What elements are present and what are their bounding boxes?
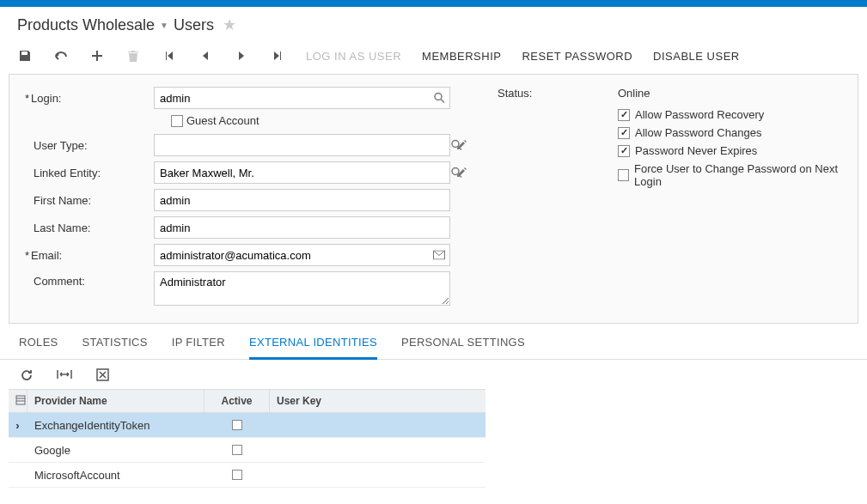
fit-columns-icon[interactable] [57,367,72,382]
last-record-icon[interactable] [270,48,285,64]
linked-entity-label: Linked Entity: [16,167,154,179]
export-icon[interactable] [95,367,110,382]
pencil-icon[interactable] [455,139,467,151]
force-change-label: Force User to Change Password on Next Lo… [634,162,851,188]
login-as-user-button: LOG IN AS USER [306,50,401,63]
breadcrumb: Products Wholesale ▼ Users ★ [0,7,867,43]
last-name-label: Last Name: [16,222,154,234]
userkey-cell[interactable] [270,422,485,428]
tab-statistics[interactable]: STATISTICS [82,336,148,359]
provider-cell[interactable]: MicrosoftAccount [27,465,205,485]
grid-header: Provider Name Active User Key [9,390,485,413]
save-icon[interactable] [17,48,33,64]
never-expires-label: Password Never Expires [635,144,757,157]
linked-entity-input[interactable] [154,161,450,184]
undo-icon[interactable] [53,48,69,64]
active-checkbox[interactable] [232,420,242,430]
comment-input[interactable] [154,271,450,306]
userkey-header[interactable]: User Key [270,390,485,412]
membership-button[interactable]: MEMBERSHIP [422,50,501,63]
table-row[interactable]: ExchangeIdentityToken [9,413,485,438]
tab-ip-filter[interactable]: IP FILTER [172,336,225,359]
first-record-icon[interactable] [162,48,177,64]
top-accent-bar [0,0,867,7]
allow-changes-checkbox[interactable] [618,127,630,139]
tab-external-identities[interactable]: EXTERNAL IDENTITIES [249,336,377,360]
svg-rect-5 [16,396,25,404]
prev-record-icon[interactable] [198,48,213,64]
login-label: Login: [16,92,154,105]
table-row[interactable]: MicrosoftAccount [9,463,485,488]
pencil-icon[interactable] [455,167,467,179]
active-checkbox[interactable] [232,445,242,455]
active-cell[interactable] [205,416,270,434]
guest-account-checkbox[interactable] [171,115,183,127]
row-selector-cell[interactable] [9,416,27,435]
allow-recovery-checkbox[interactable] [618,109,630,121]
active-checkbox[interactable] [232,470,242,480]
status-value: Online [618,87,650,100]
breadcrumb-company[interactable]: Products Wholesale [17,16,155,34]
never-expires-checkbox[interactable] [618,145,630,157]
status-label: Status: [498,87,618,100]
comment-label: Comment: [16,271,154,288]
disable-user-button[interactable]: DISABLE USER [653,50,740,63]
table-row[interactable]: Google [9,438,485,463]
active-header[interactable]: Active [205,390,270,412]
breadcrumb-screen: Users [174,16,214,34]
row-selector-cell[interactable] [9,446,27,453]
favorite-star-icon[interactable]: ★ [223,15,236,34]
active-cell[interactable] [205,441,270,458]
delete-icon [125,48,141,64]
tab-roles[interactable]: ROLES [19,336,58,359]
next-record-icon[interactable] [234,48,249,64]
last-name-input[interactable] [154,216,450,239]
tab-personal-settings[interactable]: PERSONAL SETTINGS [401,336,525,359]
row-selector-cell[interactable] [9,471,27,478]
user-type-input[interactable] [154,134,450,156]
tabs: ROLES STATISTICS IP FILTER EXTERNAL IDEN… [0,324,867,360]
provider-cell[interactable]: ExchangeIdentityToken [27,416,205,435]
first-name-label: First Name: [16,194,154,207]
force-change-checkbox[interactable] [618,169,629,181]
first-name-input[interactable] [154,189,450,211]
active-cell[interactable] [205,466,270,483]
reset-password-button[interactable]: RESET PASSWORD [522,50,632,63]
provider-header[interactable]: Provider Name [27,390,205,412]
userkey-cell[interactable] [270,446,485,453]
email-input[interactable] [154,244,450,266]
identities-grid: Provider Name Active User Key ExchangeId… [9,389,485,488]
email-label: Email: [16,249,154,262]
chevron-down-icon[interactable]: ▼ [160,21,168,30]
add-icon[interactable] [89,48,105,64]
allow-recovery-label: Allow Password Recovery [635,108,764,121]
main-toolbar: LOG IN AS USER MEMBERSHIP RESET PASSWORD… [0,43,867,69]
grid-toolbar [0,360,867,389]
provider-cell[interactable]: Google [27,440,205,460]
guest-account-label: Guest Account [186,114,259,127]
form-panel: Login: Guest Account User Type: [9,74,858,324]
row-selector-header[interactable] [9,390,27,412]
userkey-cell[interactable] [270,471,485,478]
allow-changes-label: Allow Password Changes [635,126,761,139]
refresh-icon[interactable] [19,367,34,382]
login-input[interactable] [154,87,450,109]
user-type-label: User Type: [16,139,154,152]
